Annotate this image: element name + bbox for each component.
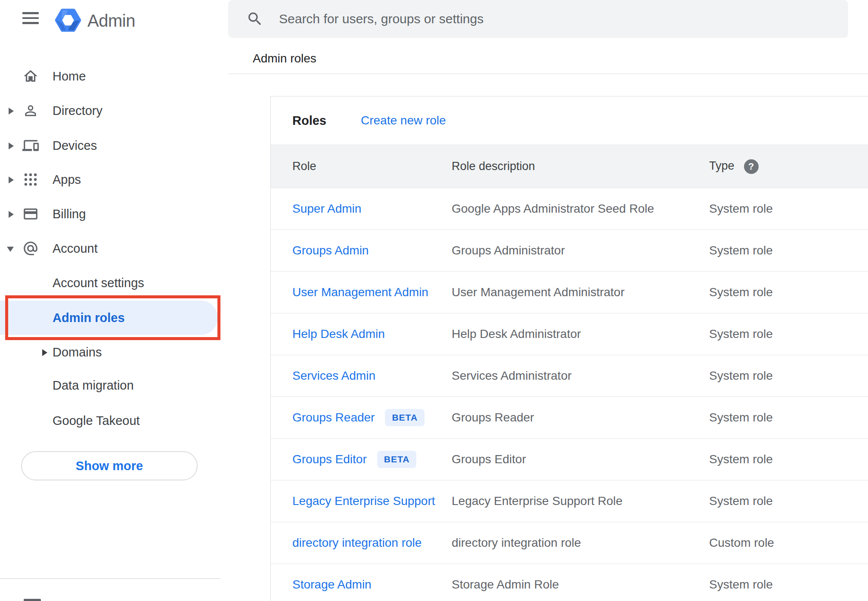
- role-type: System role: [709, 327, 868, 341]
- role-description: Services Administrator: [452, 369, 709, 383]
- role-type: Custom role: [709, 536, 868, 550]
- role-description: Help Desk Administrator: [452, 327, 709, 341]
- beta-badge: BETA: [377, 451, 417, 468]
- role-cell: Groups Reader BETA: [292, 409, 452, 426]
- role-type: System role: [709, 285, 868, 299]
- sidebar-header: Admin: [0, 0, 229, 41]
- role-cell: Services Admin: [292, 369, 452, 383]
- app-title: Admin: [87, 8, 135, 34]
- sidebar-item-account[interactable]: Account: [0, 231, 229, 266]
- role-type: System role: [709, 494, 868, 508]
- role-type: System role: [709, 452, 868, 466]
- sidebar-item-directory[interactable]: Directory: [0, 93, 229, 128]
- sidebar-item-billing[interactable]: Billing: [0, 197, 229, 231]
- sidebar-item-account-settings[interactable]: Account settings: [0, 266, 229, 300]
- role-cell: Groups Editor BETA: [292, 451, 452, 468]
- role-cell: Super Admin: [292, 202, 452, 216]
- roles-table-body: Super Admin Google Apps Administrator Se…: [271, 188, 868, 601]
- sidebar-item-label: Data migration: [53, 368, 134, 403]
- sidebar-item-label: Google Takeout: [53, 403, 140, 438]
- devices-icon: [22, 137, 39, 154]
- home-icon: [22, 68, 39, 84]
- role-link[interactable]: Storage Admin: [292, 578, 372, 592]
- role-type: System role: [709, 244, 868, 257]
- sidebar-item-devices[interactable]: Devices: [0, 128, 229, 163]
- at-sign-icon: [22, 240, 39, 257]
- create-new-role-link[interactable]: Create new role: [361, 96, 446, 145]
- role-link[interactable]: Groups Editor: [292, 452, 367, 466]
- sidebar: Admin Home Directory Devices Apps: [0, 0, 229, 601]
- table-row: Legacy Enterprise Support Legacy Enterpr…: [271, 480, 868, 522]
- sidebar-item-home[interactable]: Home: [0, 59, 229, 93]
- sidebar-item-data-migration[interactable]: Data migration: [0, 368, 229, 403]
- sidebar-item-admin-roles-active[interactable]: Admin roles: [0, 300, 218, 335]
- search-icon: [246, 10, 264, 28]
- search-bar[interactable]: [228, 0, 848, 38]
- table-row: Help Desk Admin Help Desk Administrator …: [271, 313, 868, 355]
- search-input[interactable]: [279, 0, 830, 38]
- role-cell: Legacy Enterprise Support: [292, 494, 452, 508]
- table-row: Services Admin Services Administrator Sy…: [271, 355, 868, 397]
- sidebar-item-label: Devices: [53, 128, 97, 163]
- role-cell: Groups Admin: [292, 244, 452, 257]
- table-row: directory integration role directory int…: [271, 522, 868, 564]
- role-description: Storage Admin Role: [452, 578, 709, 592]
- role-link[interactable]: Help Desk Admin: [292, 327, 385, 341]
- show-more-button[interactable]: Show more: [21, 451, 198, 480]
- role-link[interactable]: directory integration role: [292, 536, 422, 550]
- chevron-right-icon[interactable]: [9, 108, 14, 115]
- table-row: Super Admin Google Apps Administrator Se…: [271, 188, 868, 230]
- role-link[interactable]: Legacy Enterprise Support: [292, 494, 435, 508]
- role-description: Groups Reader: [452, 411, 709, 424]
- table-row: Storage Admin Storage Admin Role System …: [271, 564, 868, 601]
- column-header-type-label: Type: [709, 159, 735, 172]
- roles-card-header: Roles Create new role: [271, 96, 868, 145]
- role-link[interactable]: Services Admin: [292, 369, 375, 383]
- breadcrumb: Admin roles: [253, 52, 316, 65]
- column-header-type: Type?: [709, 159, 868, 174]
- table-row: Groups Reader BETA Groups Reader System …: [271, 397, 868, 439]
- role-cell: Storage Admin: [292, 578, 452, 592]
- column-header-role: Role: [292, 160, 452, 173]
- card-title: Roles: [292, 96, 326, 145]
- role-cell: directory integration role: [292, 536, 452, 550]
- admin-console-screen: Admin Home Directory Devices Apps: [0, 0, 868, 601]
- role-type: System role: [709, 411, 868, 424]
- role-description: directory integration role: [452, 536, 709, 550]
- sidebar-item-google-takeout[interactable]: Google Takeout: [0, 403, 229, 438]
- chevron-right-icon[interactable]: [42, 349, 47, 356]
- table-row: User Management Admin User Management Ad…: [271, 272, 868, 313]
- role-link[interactable]: Groups Admin: [292, 244, 369, 257]
- sidebar-item-label: Account: [53, 231, 98, 266]
- sidebar-item-label: Domains: [53, 335, 102, 369]
- sidebar-item-label: Admin roles: [53, 300, 125, 335]
- table-row: Groups Admin Groups Administrator System…: [271, 230, 868, 272]
- role-description: Groups Editor: [452, 452, 709, 466]
- help-icon[interactable]: ?: [744, 159, 759, 174]
- apps-grid-icon: [22, 171, 39, 188]
- sidebar-item-label: Apps: [53, 162, 81, 197]
- partial-bottom-icon: [24, 599, 41, 601]
- role-description: Google Apps Administrator Seed Role: [452, 202, 709, 216]
- role-type: System role: [709, 202, 868, 216]
- role-cell: User Management Admin: [292, 285, 452, 299]
- sidebar-item-label: Directory: [53, 93, 102, 128]
- table-row: Groups Editor BETA Groups Editor System …: [271, 439, 868, 480]
- menu-hamburger-icon[interactable]: [22, 12, 39, 24]
- chevron-right-icon[interactable]: [9, 211, 14, 218]
- chevron-down-icon[interactable]: [7, 247, 14, 252]
- sidebar-item-apps[interactable]: Apps: [0, 162, 229, 197]
- role-description: User Management Administrator: [452, 285, 709, 299]
- chevron-right-icon[interactable]: [9, 177, 14, 183]
- role-description: Legacy Enterprise Support Role: [452, 494, 709, 508]
- admin-logo-icon: [55, 7, 81, 34]
- sidebar-item-label: Billing: [53, 197, 86, 231]
- role-link[interactable]: Super Admin: [292, 202, 361, 216]
- table-header-row: Role Role description Type?: [271, 145, 868, 188]
- role-link[interactable]: User Management Admin: [292, 285, 428, 299]
- column-header-description: Role description: [452, 160, 709, 173]
- sidebar-item-label: Home: [53, 59, 86, 93]
- role-link[interactable]: Groups Reader: [292, 411, 375, 424]
- chevron-right-icon[interactable]: [9, 143, 14, 149]
- sidebar-item-domains[interactable]: Domains: [0, 335, 229, 369]
